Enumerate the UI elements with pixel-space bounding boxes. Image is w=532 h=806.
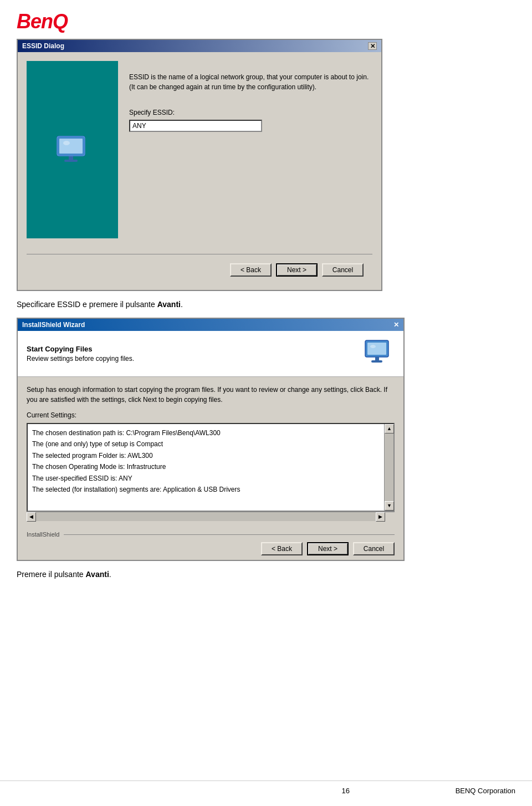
installshield-section-subtitle: Review settings before copying files. xyxy=(27,355,134,363)
computer-icon xyxy=(53,130,92,169)
instruction2-before: Premere il pulsante xyxy=(17,570,86,579)
svg-rect-4 xyxy=(64,160,78,162)
essid-back-button[interactable]: < Back xyxy=(230,263,272,277)
settings-line-5: The user-specified ESSID is: ANY xyxy=(32,473,380,484)
instruction1-before: Specificare ESSID e premere il pulsante xyxy=(17,300,157,309)
installshield-body-desc: Setup has enough information to start co… xyxy=(27,385,395,405)
svg-rect-9 xyxy=(375,357,379,361)
installshield-section-title: Start Copying Files xyxy=(27,345,134,353)
installshield-header-section: Start Copying Files Review settings befo… xyxy=(18,331,403,377)
footer-company: BENQ Corporation xyxy=(456,787,515,795)
installshield-titlebar: InstallShield Wizard ✕ xyxy=(18,319,403,331)
footer-brand-line xyxy=(64,534,395,535)
essid-teal-panel xyxy=(27,61,118,238)
instruction1-bold: Avanti xyxy=(157,300,181,309)
scrollbar-up-arrow[interactable]: ▲ xyxy=(385,424,394,433)
settings-line-4: The chosen Operating Mode is: Infrastruc… xyxy=(32,461,380,472)
essid-input-field[interactable] xyxy=(129,120,262,132)
installshield-settings-box: The chosen destination path is: C:\Progr… xyxy=(27,423,395,512)
essid-cancel-button[interactable]: Cancel xyxy=(322,263,364,277)
svg-point-8 xyxy=(370,345,376,348)
essid-dialog-body: ESSID is the name of a logical network g… xyxy=(18,52,381,290)
installshield-dialog: InstallShield Wizard ✕ Start Copying Fil… xyxy=(17,318,405,561)
installshield-cancel-button[interactable]: Cancel xyxy=(353,542,395,555)
scrollbar-track xyxy=(385,433,393,501)
scrollbar-right-arrow[interactable]: ▶ xyxy=(376,512,385,522)
installshield-close-button[interactable]: ✕ xyxy=(393,321,399,329)
essid-close-button[interactable]: ✕ xyxy=(368,42,377,50)
installshield-header-icon xyxy=(364,338,395,370)
svg-rect-1 xyxy=(59,139,83,154)
installshield-body: Setup has enough information to start co… xyxy=(18,377,403,529)
instruction-text-2: Premere il pulsante Avanti. xyxy=(17,570,515,579)
installshield-title: InstallShield Wizard xyxy=(22,321,85,329)
horizontal-scrollbar-row: ◀ ▶ xyxy=(27,512,395,521)
installshield-next-button[interactable]: Next > xyxy=(307,542,349,555)
essid-main-row: ESSID is the name of a logical network g… xyxy=(27,61,372,238)
page-content: ESSID Dialog ✕ xyxy=(0,39,532,579)
essid-dialog-right: ESSID is the name of a logical network g… xyxy=(129,61,372,238)
settings-line-1: The chosen destination path is: C:\Progr… xyxy=(32,427,380,438)
installshield-header-text: Start Copying Files Review settings befo… xyxy=(27,345,134,363)
instruction2-bold: Avanti xyxy=(86,570,109,579)
instruction-text-1: Specificare ESSID e premere il pulsante … xyxy=(17,300,515,309)
scrollbar-down-arrow[interactable]: ▼ xyxy=(385,501,394,511)
instruction1-after: . xyxy=(181,300,183,309)
page-footer: 16 BENQ Corporation xyxy=(0,781,532,795)
installshield-footer-brand: InstallShield xyxy=(18,529,403,538)
essid-description: ESSID is the name of a logical network g… xyxy=(129,72,372,92)
installshield-back-button[interactable]: < Back xyxy=(261,542,303,555)
essid-dialog-titlebar: ESSID Dialog ✕ xyxy=(18,40,381,52)
svg-point-2 xyxy=(63,141,70,145)
essid-dialog: ESSID Dialog ✕ xyxy=(17,39,382,291)
svg-rect-10 xyxy=(371,360,382,363)
vertical-scrollbar[interactable]: ▲ ▼ xyxy=(384,424,393,511)
computer-svg-icon xyxy=(54,132,90,168)
svg-rect-7 xyxy=(367,343,386,355)
page-header: BenQ xyxy=(0,0,532,39)
settings-line-3: The selected program Folder is: AWL300 xyxy=(32,450,380,461)
page-number: 16 xyxy=(236,787,456,795)
installshield-settings-label: Current Settings: xyxy=(27,410,395,420)
essid-dialog-title: ESSID Dialog xyxy=(22,42,64,50)
settings-line-2: The (one and only) type of setup is Comp… xyxy=(32,438,380,450)
installshield-brand-label: InstallShield xyxy=(27,531,59,538)
essid-next-button[interactable]: Next > xyxy=(276,263,318,277)
scrollbar-corner xyxy=(385,512,395,522)
h-scrollbar-track xyxy=(36,512,376,521)
svg-rect-3 xyxy=(69,156,73,160)
settings-line-6: The selected (for installation) segments… xyxy=(32,484,380,495)
essid-footer: < Back Next > Cancel xyxy=(27,259,372,281)
essid-separator xyxy=(27,254,372,254)
benq-logo: BenQ xyxy=(17,10,68,33)
installshield-footer-buttons: < Back Next > Cancel xyxy=(18,538,403,560)
instruction2-after: . xyxy=(109,570,111,579)
scrollbar-left-arrow[interactable]: ◀ xyxy=(27,512,36,522)
installshield-settings-text: The chosen destination path is: C:\Progr… xyxy=(28,424,384,511)
essid-specify-label: Specify ESSID: xyxy=(129,109,372,116)
